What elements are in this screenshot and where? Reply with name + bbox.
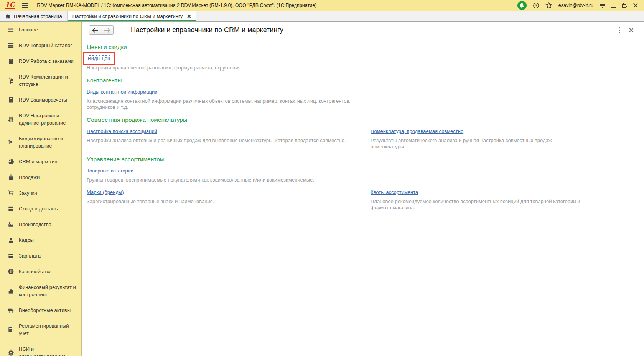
sidebar-item[interactable]: Продажи: [0, 169, 81, 185]
sidebar-item[interactable]: Главное: [0, 22, 81, 38]
sidebar-item[interactable]: Казначейство: [0, 264, 81, 279]
sidebar-item-label: Регламентированный учет: [19, 322, 80, 337]
sidebar-item[interactable]: CRM и маркетинг: [0, 154, 81, 169]
sidebar-item-label: НСИ и администрирование: [19, 345, 80, 356]
link-description: Результаты автоматического анализа и руч…: [371, 138, 584, 150]
notifications-bell-icon[interactable]: [517, 1, 527, 10]
settings-link[interactable]: Виды контактной информации: [87, 89, 158, 95]
page-header: Настройки и справочники по CRM и маркети…: [82, 22, 644, 35]
history-icon[interactable]: [533, 2, 539, 9]
link-description: Плановое рекомендуемое количество ассорт…: [371, 199, 584, 211]
section-cell: Виды контактной информацииКлассификация …: [87, 88, 366, 116]
truck-icon: [8, 307, 14, 313]
page-title: Настройки и справочники по CRM и маркети…: [131, 26, 283, 34]
settings-link[interactable]: Виды цен: [87, 55, 111, 62]
back-arrow-icon[interactable]: [89, 26, 101, 34]
user-email[interactable]: esavin@rdv-it.ru: [558, 3, 593, 8]
forward-arrow-icon[interactable]: [101, 26, 113, 34]
sidebar-item-label: Производство: [19, 221, 51, 228]
settings-content: Цены и скидкиВиды ценНастройки правил це…: [82, 35, 644, 216]
warehouse-grid-icon: [8, 205, 14, 212]
sidebar-item-label: RDV:Взаиморасчеты: [19, 96, 67, 103]
sidebar-item[interactable]: Внеоборотные активы: [0, 302, 81, 318]
main-panel: Настройки и справочники по CRM и маркети…: [82, 22, 644, 356]
settings-link[interactable]: Настройка поиска ассоциаций: [87, 128, 157, 134]
window-title: RDV Маркет RM-KA-MODEL / 1С:Комплексная …: [37, 3, 316, 8]
sidebar-item[interactable]: Склад и доставка: [0, 201, 81, 217]
section-cell: Виды ценНастройки правил ценообразования…: [87, 55, 366, 76]
bar-chart-icon: [8, 288, 14, 294]
1c-logo: 1С: [5, 2, 15, 9]
section-cell: Квоты ассортиментаПлановое рекомендуемое…: [371, 189, 644, 216]
settings-link[interactable]: Марки (бренды): [87, 189, 124, 195]
service-menu-icon[interactable]: [600, 3, 605, 8]
grid-catalog-icon: [8, 42, 14, 49]
main-menu-icon[interactable]: [22, 3, 28, 8]
sidebar-item-label: Финансовый результат и контроллинг: [19, 284, 80, 298]
ruble-coin-icon: [8, 268, 14, 275]
link-description: Классификация контактной информации разл…: [87, 98, 361, 110]
minimize-icon[interactable]: [611, 7, 616, 8]
sidebar-item[interactable]: НСИ и администрирование: [0, 341, 81, 356]
sidebar-item[interactable]: Бюджетирование и планирование: [0, 131, 81, 154]
sidebar-item[interactable]: RDV:Работа с заказами: [0, 53, 81, 69]
sidebar-item-label: Бюджетирование и планирование: [19, 135, 80, 149]
sections-sidebar: ГлавноеRDV:Товарный каталогRDV:Работа с …: [0, 22, 82, 356]
sidebar-item-label: Зарплата: [19, 252, 41, 259]
sidebar-item-label: RDV:Настройки и администрирование: [19, 112, 80, 126]
sidebar-item-label: CRM и маркетинг: [19, 158, 59, 165]
sidebar-item-label: Продажи: [19, 174, 40, 181]
settings-link[interactable]: Товарные категории: [87, 168, 133, 174]
section-row: Настройка поиска ассоциацийНастройки ана…: [87, 128, 644, 155]
sidebar-item[interactable]: RDV:Товарный каталог: [0, 38, 81, 53]
sidebar-item[interactable]: Регламентированный учет: [0, 318, 81, 341]
close-tab-icon[interactable]: [187, 15, 191, 18]
pie-chart-icon: [8, 158, 14, 165]
section-row: Виды ценНастройки правил ценообразования…: [87, 55, 644, 76]
sidebar-item[interactable]: Зарплата: [0, 248, 81, 264]
sidebar-item[interactable]: RDV:Комплектация и отгрузка: [0, 69, 81, 92]
close-page-icon[interactable]: [629, 28, 633, 32]
order-document-icon: [8, 58, 14, 64]
sidebar-item-label: Закупки: [19, 189, 37, 197]
more-actions-icon[interactable]: [618, 26, 621, 34]
settings-link[interactable]: Номенклатура, продаваемая совместно: [371, 128, 463, 134]
home-icon: [5, 13, 11, 19]
sidebar-item-label: RDV:Комплектация и отгрузка: [19, 73, 80, 88]
tab-label: Начальная страница: [14, 13, 62, 19]
section-cell: Настройка поиска ассоциацийНастройки ана…: [87, 128, 366, 155]
window-titlebar: 1С RDV Маркет RM-KA-MODEL / 1С:Комплексн…: [0, 0, 644, 11]
sidebar-item[interactable]: RDV:Взаиморасчеты: [0, 92, 81, 108]
section-heading: Управление ассортиментом: [87, 156, 644, 163]
section-cell: Марки (бренды)Зарегистрированные товарны…: [87, 189, 366, 216]
favorites-star-icon[interactable]: [545, 2, 552, 9]
sidebar-item[interactable]: Кадры: [0, 232, 81, 248]
red-annotation-box: Виды цен: [83, 52, 115, 65]
sidebar-item[interactable]: Закупки: [0, 185, 81, 201]
section-row: Марки (бренды)Зарегистрированные товарны…: [87, 189, 644, 216]
section-cell: Номенклатура, продаваемая совместноРезул…: [371, 128, 644, 155]
tab-bar: Начальная страница Настройки и справочни…: [0, 11, 644, 22]
sidebar-item-label: RDV:Работа с заказами: [19, 57, 74, 65]
main-menu-icon: [8, 26, 14, 33]
history-nav-buttons: [89, 25, 114, 35]
sidebar-item[interactable]: RDV:Настройки и администрирование: [0, 108, 81, 131]
section-row: Товарные категорииГруппы товаров, воспри…: [87, 167, 644, 189]
tab-label: Настройки и справочники по CRM и маркети…: [72, 13, 183, 19]
hand-truck-icon: [8, 77, 14, 84]
tab-crm-settings[interactable]: Настройки и справочники по CRM и маркети…: [68, 11, 196, 21]
section-heading: Цены и скидки: [87, 44, 644, 51]
sidebar-item-label: RDV:Товарный каталог: [19, 42, 72, 49]
sidebar-item[interactable]: Производство: [0, 217, 81, 232]
restore-icon[interactable]: [622, 3, 627, 8]
sidebar-item[interactable]: Финансовый результат и контроллинг: [0, 279, 81, 302]
sidebar-item-label: Казначейство: [19, 268, 50, 275]
person-icon: [8, 237, 14, 243]
link-description: Настройки правил ценообразования, формул…: [87, 65, 361, 71]
tab-home[interactable]: Начальная страница: [0, 11, 68, 21]
link-description: Зарегистрированные товарные знаки и наим…: [87, 199, 361, 205]
close-icon[interactable]: [633, 3, 638, 8]
settings-link[interactable]: Квоты ассортимента: [371, 189, 418, 195]
link-description: Группы товаров, воспринимаемые покупател…: [87, 177, 361, 183]
sidebar-item-label: Главное: [19, 26, 38, 33]
